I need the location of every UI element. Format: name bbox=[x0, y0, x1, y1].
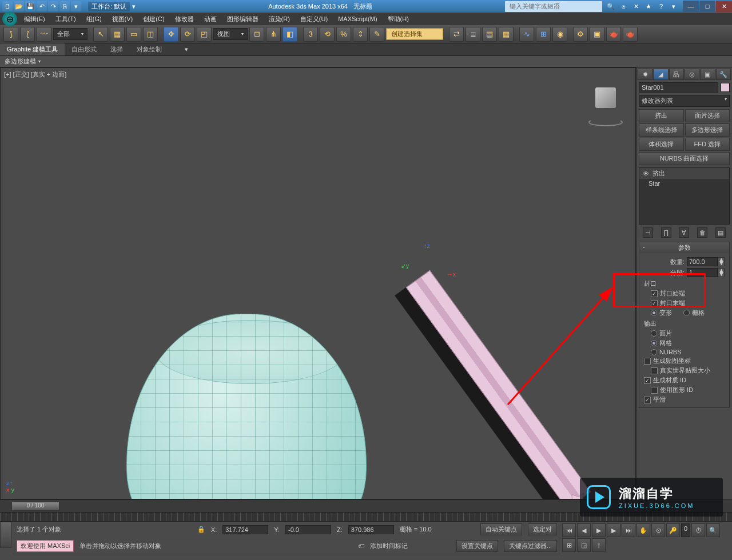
modifier-list[interactable]: 修改器列表 bbox=[639, 95, 730, 107]
open-icon[interactable]: 📂 bbox=[14, 1, 24, 11]
graphite-ribbon-icon[interactable]: ▦ bbox=[499, 27, 514, 42]
menu-group[interactable]: 组(G) bbox=[82, 13, 106, 25]
goto-end-icon[interactable]: ⏭ bbox=[622, 523, 635, 537]
remove-modifier-icon[interactable]: 🗑 bbox=[697, 227, 707, 238]
menu-views[interactable]: 视图(V) bbox=[108, 13, 138, 25]
material-editor-icon[interactable]: ◉ bbox=[552, 27, 567, 42]
select-object-icon[interactable]: ↖ bbox=[93, 27, 108, 42]
display-tab-icon[interactable]: ▣ bbox=[700, 69, 715, 80]
modify-tab-icon[interactable]: ◢ bbox=[653, 69, 668, 80]
gen-map-checkbox[interactable] bbox=[644, 358, 651, 365]
spinner-snap-icon[interactable]: ⇕ bbox=[353, 27, 368, 42]
ribbon-expand-icon[interactable]: ▾ bbox=[180, 46, 193, 53]
time-slider-handle[interactable]: 0 / 100 bbox=[11, 502, 59, 511]
scene-object-star001[interactable] bbox=[404, 270, 591, 499]
coord-y-field[interactable]: -0.0 bbox=[285, 525, 331, 534]
next-frame-icon[interactable]: ▶ bbox=[607, 523, 620, 537]
help-dropdown-icon[interactable]: ▾ bbox=[669, 1, 679, 11]
object-name-field[interactable]: Star001 bbox=[639, 82, 718, 93]
selection-lock-button[interactable]: 选定对 bbox=[528, 523, 557, 535]
snap-toggle-icon[interactable]: 3 bbox=[303, 27, 318, 42]
menu-help[interactable]: 帮助(H) bbox=[383, 13, 413, 25]
object-color-swatch[interactable] bbox=[721, 83, 730, 92]
coord-z-field[interactable]: 370.986 bbox=[348, 525, 394, 534]
exchange-icon[interactable]: ✕ bbox=[631, 1, 641, 11]
morph-radio[interactable] bbox=[651, 310, 657, 316]
minimize-button[interactable]: — bbox=[683, 1, 699, 12]
make-unique-icon[interactable]: ∀ bbox=[679, 227, 689, 238]
smooth-checkbox[interactable] bbox=[644, 397, 651, 403]
orbit-view-icon[interactable]: ⊙ bbox=[651, 523, 665, 537]
selection-filter[interactable]: 全部 bbox=[53, 28, 87, 40]
key-mode-icon[interactable]: 🔑 bbox=[666, 523, 680, 537]
use-pivot-center-icon[interactable]: ⊡ bbox=[249, 27, 264, 42]
menu-customize[interactable]: 自定义(U) bbox=[296, 13, 332, 25]
unlink-icon[interactable]: ⟅ bbox=[20, 27, 35, 42]
output-patch-radio[interactable] bbox=[651, 330, 657, 337]
viewport[interactable]: [+] [正交] [真实 + 边面] ↑z →x ↙y z↑x y bbox=[0, 67, 636, 499]
render-production-icon[interactable]: 🫖 bbox=[606, 27, 621, 42]
search-icon[interactable]: 🔍 bbox=[606, 1, 616, 11]
lock-icon[interactable]: 🔒 bbox=[197, 526, 205, 533]
menu-tools[interactable]: 工具(T) bbox=[51, 13, 81, 25]
goto-start-icon[interactable]: ⏮ bbox=[562, 523, 576, 537]
ref-coord-system[interactable]: 视图 bbox=[213, 28, 248, 40]
stack-eye-icon[interactable]: 👁 bbox=[643, 170, 649, 177]
hierarchy-tab-icon[interactable]: 品 bbox=[669, 69, 684, 80]
motion-tab-icon[interactable]: ◎ bbox=[685, 69, 699, 80]
timetag-icon[interactable]: 🏷 bbox=[358, 542, 364, 549]
utilities-tab-icon[interactable]: 🔧 bbox=[716, 69, 731, 80]
maximize-button[interactable]: □ bbox=[699, 1, 715, 12]
select-manipulate-icon[interactable]: ⋔ bbox=[266, 27, 281, 42]
modifier-stack[interactable]: 👁挤出 Star bbox=[639, 167, 730, 225]
create-tab-icon[interactable]: ✹ bbox=[638, 69, 653, 80]
bind-spacewarp-icon[interactable]: 〰 bbox=[37, 27, 51, 42]
ribbon-tab-modeling[interactable]: Graphite 建模工具 bbox=[0, 43, 65, 55]
link-icon[interactable]: ⎘ bbox=[59, 1, 70, 11]
scene-object-lathe[interactable] bbox=[126, 314, 367, 499]
save-icon[interactable]: 💾 bbox=[25, 1, 35, 11]
render-setup-icon[interactable]: ⚙ bbox=[573, 27, 588, 42]
render-iterative-icon[interactable]: 🫖 bbox=[623, 27, 638, 42]
close-button[interactable]: ✕ bbox=[716, 1, 732, 12]
set-key-button[interactable]: 设置关键点 bbox=[456, 540, 498, 552]
window-crossing-icon[interactable]: ◫ bbox=[143, 27, 158, 42]
fov-icon[interactable]: ⟟ bbox=[592, 538, 606, 552]
configure-sets-icon[interactable]: ▤ bbox=[715, 227, 726, 238]
select-region-icon[interactable]: ▭ bbox=[126, 27, 141, 42]
undo-icon[interactable]: ↶ bbox=[37, 1, 47, 11]
pin-stack-icon[interactable]: ⊣ bbox=[643, 227, 653, 238]
qat-dropdown-icon[interactable]: ▾ bbox=[71, 1, 81, 11]
zoom-icon[interactable]: 🔍 bbox=[706, 523, 720, 537]
ribbon-tab-selection[interactable]: 选择 bbox=[104, 43, 130, 55]
modset-patchsel[interactable]: 面片选择 bbox=[685, 109, 730, 122]
keyboard-shortcut-icon[interactable]: ◧ bbox=[283, 27, 297, 42]
favorite-icon[interactable]: ★ bbox=[643, 1, 654, 11]
modset-nurbssel[interactable]: NURBS 曲面选择 bbox=[639, 152, 730, 165]
viewport-label[interactable]: [+] [正交] [真实 + 边面] bbox=[4, 70, 66, 79]
maxscript-listener[interactable]: 欢迎使用 MAXSci bbox=[17, 540, 74, 552]
ribbon-tab-paint[interactable]: 对象绘制 bbox=[130, 43, 169, 55]
percent-snap-icon[interactable]: % bbox=[336, 27, 351, 42]
modset-ffdsel[interactable]: FFD 选择 bbox=[685, 138, 730, 151]
stack-base-item[interactable]: Star bbox=[639, 179, 729, 188]
max-viewport-icon[interactable]: ◲ bbox=[577, 538, 591, 552]
grid-radio[interactable] bbox=[683, 310, 690, 316]
current-frame-field[interactable]: 0 bbox=[681, 523, 690, 537]
rendered-frame-icon[interactable]: ▣ bbox=[590, 27, 604, 42]
amount-input[interactable] bbox=[687, 257, 718, 266]
output-nurbs-radio[interactable] bbox=[651, 349, 657, 355]
modset-polysel[interactable]: 多边形选择 bbox=[685, 123, 730, 137]
real-world-checkbox[interactable] bbox=[651, 367, 658, 374]
align-icon[interactable]: ≣ bbox=[466, 27, 480, 42]
use-shapeid-checkbox[interactable] bbox=[651, 387, 658, 394]
viewcube[interactable] bbox=[587, 85, 624, 122]
select-link-icon[interactable]: ⟆ bbox=[3, 27, 18, 42]
zoom-all-icon[interactable]: ⊞ bbox=[562, 538, 576, 552]
menu-modifiers[interactable]: 修改器 bbox=[170, 13, 198, 25]
edit-named-sel-icon[interactable]: ✎ bbox=[369, 27, 384, 42]
menu-animation[interactable]: 动画 bbox=[200, 13, 221, 25]
coord-x-field[interactable]: 317.724 bbox=[222, 525, 268, 534]
menu-grapheditors[interactable]: 图形编辑器 bbox=[222, 13, 263, 25]
infocenter-search[interactable]: 键入关键字或短语 bbox=[505, 1, 602, 12]
